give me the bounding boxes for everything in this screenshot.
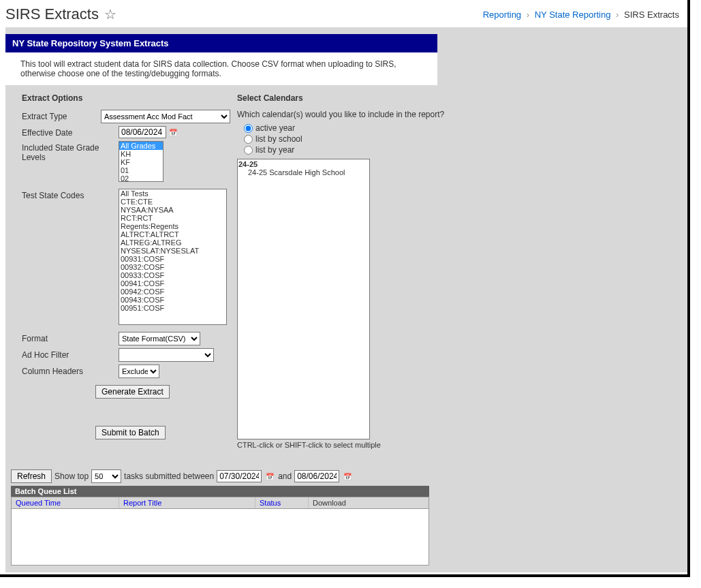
format-label: Format bbox=[22, 332, 119, 343]
and-label: and bbox=[278, 471, 292, 481]
page-title-text: SIRS Extracts bbox=[5, 5, 99, 23]
extract-type-select[interactable]: Assessment Acc Mod Fact bbox=[101, 110, 230, 123]
breadcrumb-reporting[interactable]: Reporting bbox=[483, 10, 521, 20]
date-from-input[interactable] bbox=[217, 470, 262, 482]
test-option[interactable]: 00941:COSF bbox=[119, 279, 226, 288]
breadcrumb: Reporting › NY State Reporting › SIRS Ex… bbox=[483, 10, 679, 20]
active-year-radio[interactable] bbox=[244, 124, 253, 133]
test-option[interactable]: 00943:COSF bbox=[119, 296, 226, 304]
test-option[interactable]: 00933:COSF bbox=[119, 271, 226, 279]
grade-levels-list[interactable]: All GradesKHKF0102 bbox=[119, 141, 163, 182]
test-option[interactable]: 00932:COSF bbox=[119, 263, 226, 271]
calendar-prompt: Which calendar(s) would you like to incl… bbox=[237, 110, 681, 119]
show-top-label: Show top bbox=[54, 471, 89, 481]
calendar-child[interactable]: 24-25 Scarsdale High School bbox=[238, 168, 369, 176]
batch-queue-header: Batch Queue List bbox=[11, 486, 429, 497]
select-calendars-title: Select Calendars bbox=[237, 93, 681, 103]
list-by-year-radio[interactable] bbox=[244, 146, 253, 155]
test-option[interactable]: 00931:COSF bbox=[119, 255, 226, 263]
effective-date-label: Effective Date bbox=[22, 126, 119, 138]
extract-options-title: Extract Options bbox=[22, 93, 230, 103]
test-option[interactable]: Regents:Regents bbox=[119, 222, 226, 230]
test-option[interactable]: ALTREG:ALTREG bbox=[119, 238, 226, 247]
adhoc-select[interactable] bbox=[119, 348, 214, 362]
grade-option[interactable]: KH bbox=[119, 150, 163, 158]
list-by-school-radio[interactable] bbox=[244, 135, 253, 144]
test-option[interactable]: 00951:COSF bbox=[119, 304, 226, 312]
download-header: Download bbox=[309, 497, 429, 508]
chevron-right-icon: › bbox=[616, 10, 619, 20]
breadcrumb-ny-state[interactable]: NY State Reporting bbox=[535, 10, 611, 20]
date-to-input[interactable] bbox=[294, 470, 339, 482]
adhoc-label: Ad Hoc Filter bbox=[22, 348, 119, 360]
star-icon[interactable]: ☆ bbox=[104, 6, 116, 22]
page-title: SIRS Extracts ☆ bbox=[5, 5, 116, 23]
queued-time-header[interactable]: Queued Time bbox=[16, 499, 61, 507]
test-option[interactable]: ALTRCT:ALTRCT bbox=[119, 230, 226, 238]
tasks-between-label: tasks submitted between bbox=[124, 471, 214, 481]
effective-date-input[interactable] bbox=[119, 126, 166, 138]
report-title-header[interactable]: Report Title bbox=[123, 499, 161, 507]
test-codes-label: Test State Codes bbox=[22, 189, 119, 200]
list-by-year-label: list by year bbox=[255, 145, 294, 155]
test-option[interactable]: CTE:CTE bbox=[119, 198, 226, 206]
test-option[interactable]: RCT:RCT bbox=[119, 214, 226, 222]
panel-header: NY State Repository System Extracts bbox=[5, 34, 437, 52]
ctrl-hint: CTRL-click or SHIFT-click to select mult… bbox=[237, 441, 681, 449]
calendar-icon[interactable]: 📅 bbox=[264, 471, 275, 482]
test-codes-list[interactable]: All TestsCTE:CTENYSAA:NYSAARCT:RCTRegent… bbox=[119, 189, 227, 325]
show-top-select[interactable]: 50 bbox=[91, 469, 121, 483]
grade-option[interactable]: 01 bbox=[119, 166, 163, 174]
refresh-button[interactable]: Refresh bbox=[11, 469, 52, 483]
grade-option[interactable]: All Grades bbox=[119, 142, 163, 150]
headers-select[interactable]: Exclude bbox=[119, 365, 159, 378]
batch-queue-body bbox=[12, 509, 429, 565]
extract-type-label: Extract Type bbox=[22, 110, 101, 121]
calendar-tree[interactable]: 24-25 24-25 Scarsdale High School bbox=[237, 159, 370, 439]
chevron-right-icon: › bbox=[527, 10, 529, 20]
active-year-label: active year bbox=[255, 123, 295, 133]
test-option[interactable]: All Tests bbox=[119, 189, 226, 198]
list-by-school-label: list by school bbox=[255, 134, 302, 144]
generate-extract-button[interactable]: Generate Extract bbox=[95, 385, 170, 399]
test-option[interactable]: NYSAA:NYSAA bbox=[119, 206, 226, 214]
panel-description: This tool will extract student data for … bbox=[5, 52, 437, 85]
grade-option[interactable]: 02 bbox=[119, 174, 163, 182]
test-option[interactable]: 00942:COSF bbox=[119, 288, 226, 296]
calendar-year[interactable]: 24-25 bbox=[238, 160, 369, 168]
calendar-icon[interactable]: 📅 bbox=[168, 127, 178, 138]
test-option[interactable]: NYSESLAT:NYSESLAT bbox=[119, 247, 226, 255]
format-select[interactable]: State Format(CSV) bbox=[119, 332, 200, 345]
submit-to-batch-button[interactable]: Submit to Batch bbox=[95, 426, 166, 439]
headers-label: Column Headers bbox=[22, 365, 119, 376]
calendar-icon[interactable]: 📅 bbox=[342, 471, 353, 482]
batch-queue-table: Queued Time Report Title Status Download bbox=[11, 497, 429, 566]
grade-levels-label: Included State Grade Levels bbox=[22, 141, 119, 162]
status-header[interactable]: Status bbox=[260, 499, 281, 507]
breadcrumb-current: SIRS Extracts bbox=[624, 10, 679, 20]
grade-option[interactable]: KF bbox=[119, 158, 163, 166]
